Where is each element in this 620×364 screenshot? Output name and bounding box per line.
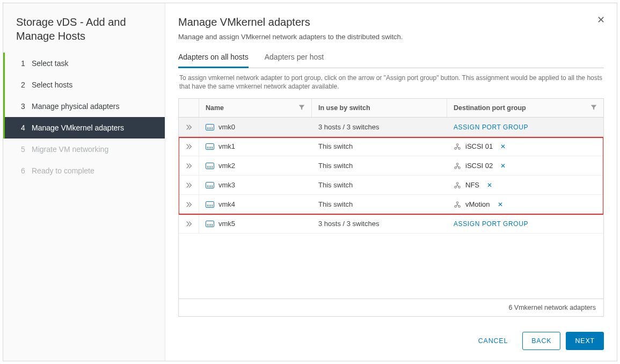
step-label: Ready to complete	[32, 166, 94, 175]
expand-button[interactable]	[179, 156, 199, 175]
adapter-name: vmk5	[218, 220, 235, 228]
adapter-name: vmk4	[218, 200, 235, 208]
filter-icon[interactable]	[298, 104, 305, 112]
next-button[interactable]: NEXT	[566, 332, 604, 350]
chevron-double-right-icon	[185, 123, 193, 131]
table-row: vmk4This switchvMotion✕	[179, 195, 603, 214]
expand-button[interactable]	[179, 195, 199, 214]
expand-button[interactable]	[179, 137, 199, 156]
port-group-name: iSCSI 01	[465, 142, 493, 150]
step-4[interactable]: 4Manage VMkernel adapters	[3, 117, 165, 139]
assign-port-group-button[interactable]: ASSIGN PORT GROUP	[454, 220, 528, 228]
destination-cell: iSCSI 01✕	[447, 137, 603, 156]
wizard-title: Storage vDS - Add and Manage Hosts	[3, 15, 165, 53]
step-1[interactable]: 1Select task	[3, 53, 165, 74]
table-footer: 6 Vmkernel network adapters	[179, 299, 603, 316]
svg-point-9	[456, 202, 458, 204]
adapter-table: Name In use by switch Destination port g…	[178, 98, 604, 317]
port-group-icon	[454, 201, 461, 208]
step-6: 6Ready to complete	[3, 160, 165, 181]
page-title: Manage VMkernel adapters	[178, 16, 604, 28]
step-label: Select task	[32, 59, 68, 68]
port-group-icon	[454, 143, 461, 150]
filter-icon[interactable]	[590, 104, 597, 112]
port-group-name: iSCSI 02	[465, 162, 493, 170]
wizard-footer: CANCEL BACK NEXT	[178, 317, 604, 350]
remove-assignment-button[interactable]: ✕	[500, 143, 506, 150]
step-3[interactable]: 3Manage physical adapters	[3, 96, 165, 117]
close-icon[interactable]: ✕	[597, 15, 605, 25]
back-button[interactable]: BACK	[522, 332, 560, 350]
adapter-name-cell: vmk3	[199, 176, 312, 194]
tab-1[interactable]: Adapters per host	[265, 48, 324, 68]
adapter-name: vmk0	[218, 123, 235, 131]
vmkernel-nic-icon	[206, 201, 214, 208]
wizard-sidebar: Storage vDS - Add and Manage Hosts 1Sele…	[3, 3, 165, 361]
chevron-double-right-icon	[185, 220, 193, 228]
col-in-use-label: In use by switch	[318, 104, 370, 112]
table-body: vmk03 hosts / 3 switchesASSIGN PORT GROU…	[179, 118, 603, 299]
remove-assignment-button[interactable]: ✕	[487, 181, 492, 189]
in-use-cell: This switch	[312, 195, 447, 214]
col-name[interactable]: Name	[199, 99, 312, 117]
step-label: Manage VMkernel adapters	[32, 123, 124, 132]
destination-cell: ASSIGN PORT GROUP	[447, 214, 603, 233]
in-use-cell: 3 hosts / 3 switches	[312, 118, 447, 136]
chevron-double-right-icon	[185, 162, 193, 170]
col-in-use[interactable]: In use by switch	[312, 99, 447, 117]
adapter-name-cell: vmk0	[199, 118, 312, 136]
col-dest[interactable]: Destination port group	[447, 99, 603, 117]
port-group-name: NFS	[465, 181, 479, 189]
adapter-name-cell: vmk5	[199, 214, 312, 233]
svg-point-6	[456, 183, 458, 185]
vmkernel-nic-icon	[206, 163, 214, 169]
step-label: Manage physical adapters	[32, 102, 119, 111]
destination-cell: vMotion✕	[447, 195, 603, 214]
tab-bar: Adapters on all hostsAdapters per host	[178, 48, 604, 68]
step-label: Select hosts	[32, 81, 72, 89]
destination-cell: iSCSI 02✕	[447, 156, 603, 175]
wizard-main: ✕ Manage VMkernel adapters Manage and as…	[165, 3, 617, 361]
wizard-dialog: Storage vDS - Add and Manage Hosts 1Sele…	[3, 3, 617, 361]
wizard-steps: 1Select task2Select hosts3Manage physica…	[3, 53, 165, 181]
destination-cell: NFS✕	[447, 176, 603, 194]
adapter-name: vmk1	[218, 142, 235, 150]
adapter-name: vmk2	[218, 162, 235, 170]
table-row: vmk2This switchiSCSI 02✕	[179, 156, 603, 176]
destination-cell: ASSIGN PORT GROUP	[447, 118, 603, 136]
table-row: vmk03 hosts / 3 switchesASSIGN PORT GROU…	[179, 118, 603, 137]
svg-point-0	[456, 144, 458, 146]
in-use-cell: This switch	[312, 137, 447, 156]
expand-button[interactable]	[179, 176, 199, 194]
vmkernel-nic-icon	[206, 143, 214, 150]
adapter-name-cell: vmk1	[199, 137, 312, 156]
chevron-double-right-icon	[185, 201, 193, 208]
vmkernel-nic-icon	[206, 124, 214, 130]
remove-assignment-button[interactable]: ✕	[500, 162, 506, 170]
table-row: vmk3This switchNFS✕	[179, 176, 603, 195]
help-text: To assign vmkernel network adapter to po…	[178, 68, 604, 98]
table-row: vmk53 hosts / 3 switchesASSIGN PORT GROU…	[179, 214, 603, 234]
in-use-cell: This switch	[312, 156, 447, 175]
adapter-name: vmk3	[218, 181, 235, 189]
cancel-button[interactable]: CANCEL	[469, 332, 517, 350]
chevron-double-right-icon	[185, 181, 193, 189]
port-group-name: vMotion	[465, 200, 490, 208]
step-2[interactable]: 2Select hosts	[3, 74, 165, 96]
port-group-icon	[454, 181, 461, 189]
vmkernel-nic-icon	[206, 182, 214, 188]
vmkernel-nic-icon	[206, 221, 214, 227]
step-label: Migrate VM networking	[32, 145, 108, 154]
in-use-cell: 3 hosts / 3 switches	[312, 214, 447, 233]
page-subtitle: Manage and assign VMkernel network adapt…	[178, 33, 604, 41]
col-dest-label: Destination port group	[454, 104, 526, 112]
expand-button[interactable]	[179, 214, 199, 233]
tab-0[interactable]: Adapters on all hosts	[178, 48, 249, 68]
col-name-label: Name	[206, 104, 224, 112]
assign-port-group-button[interactable]: ASSIGN PORT GROUP	[454, 123, 528, 131]
port-group-icon	[454, 162, 461, 170]
remove-assignment-button[interactable]: ✕	[498, 201, 503, 208]
chevron-double-right-icon	[185, 143, 193, 150]
expand-button[interactable]	[179, 118, 199, 136]
in-use-cell: This switch	[312, 176, 447, 194]
